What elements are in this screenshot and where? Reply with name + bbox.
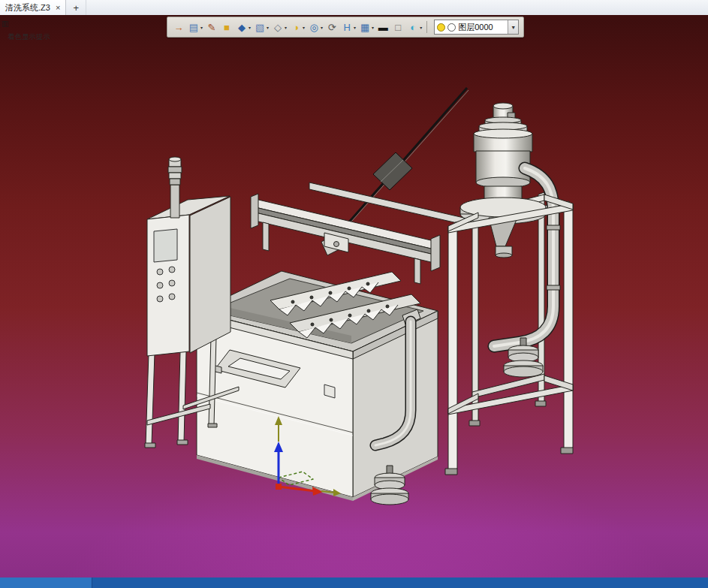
layer-combo[interactable]: 图层0000 ▼ [434,20,519,35]
rotate-view-icon-glyph: ⟳ [326,21,338,35]
bottom-taskbar[interactable] [0,577,708,588]
exit-environment-icon-glyph: → [173,21,185,35]
edit-sketch-icon[interactable]: ✎ [205,20,218,35]
edit-sketch-icon-glyph: ✎ [206,21,218,35]
shaded-display-icon-glyph: ▧ [254,21,266,35]
cabinet-display[interactable] [154,229,177,262]
section-view-icon-glyph: ◐ [407,21,419,35]
light-material-icon[interactable]: □ [391,20,405,35]
align-plane-icon-caret[interactable]: ▾ [354,21,356,35]
wireframe-display-icon-glyph: ◇ [272,21,284,35]
save-file-icon-caret[interactable]: ▾ [200,21,203,35]
section-view-icon-caret[interactable]: ▾ [420,21,422,35]
exit-environment-icon[interactable]: → [172,20,185,35]
prompt-line1: 面 [2,17,50,30]
zoom-icon-glyph: ◎ [308,21,320,35]
section-view-icon[interactable]: ◐▾ [406,20,423,35]
shaded-display-icon[interactable]: ▧▾ [253,20,270,35]
zoom-icon-caret[interactable]: ▾ [321,21,323,35]
align-plane-icon[interactable]: H▾ [340,20,357,35]
document-tab[interactable]: 清洗系统.Z3 × [0,0,66,15]
toolbar-icon-strip: →▤▾✎■◆▾▧▾◇▾◑▾◎▾⟳H▾▦▾▬□◐▾ [172,20,423,35]
wireframe-display-icon[interactable]: ◇▾ [271,20,288,35]
bottom-taskbar-left-segment[interactable] [0,577,92,588]
triad-origin-handle[interactable] [276,484,282,490]
layer-visibility-bulb-icon[interactable] [437,23,445,32]
render-mode-icon-caret[interactable]: ▾ [372,21,374,35]
prompt-line2: 着色显示提示 [8,30,50,43]
zw3d-window: 清洗系统.Z3 × + [0,0,708,588]
save-file-icon-glyph: ▤ [188,21,200,35]
wireframe-display-icon-caret[interactable]: ▾ [285,21,287,35]
viewport-3d[interactable]: 面 着色显示提示 →▤▾✎■◆▾▧▾◇▾◑▾◎▾⟳H▾▦▾▬□◐▾ 图层0000… [0,15,708,577]
document-tab-label: 清洗系统.Z3 [5,2,50,14]
align-plane-icon-glyph: H [341,21,353,35]
shaded-display-icon-caret[interactable]: ▾ [267,21,269,35]
model-3d-cleaning-system[interactable] [0,15,708,577]
document-tab-bar: 清洗系统.Z3 × + [0,0,708,16]
color-style-icon-caret[interactable]: ▾ [303,21,305,35]
extrude-box-icon-glyph: ■ [221,21,233,35]
solid-cube-icon-caret[interactable]: ▾ [249,21,251,35]
gantry-rail-frame[interactable] [251,182,467,284]
dark-material-icon-glyph: ▬ [377,21,389,35]
color-style-icon-glyph: ◑ [290,21,302,35]
tab-close-icon[interactable]: × [56,4,60,12]
rotate-view-icon[interactable]: ⟳ [325,20,339,35]
extrude-box-icon[interactable]: ■ [220,20,233,35]
dark-material-icon[interactable]: ▬ [376,20,390,35]
da-toolbar: →▤▾✎■◆▾▧▾◇▾◑▾◎▾⟳H▾▦▾▬□◐▾ 图层0000 ▼ [167,17,524,38]
render-mode-icon-glyph: ▦ [359,21,371,35]
light-material-icon-glyph: □ [392,21,404,35]
layer-combo-value: 图层0000 [458,22,505,33]
wash-tank[interactable] [197,271,438,501]
prompt-area: 面 着色显示提示 [2,17,50,43]
layer-combo-caret-icon[interactable]: ▼ [508,20,518,34]
new-tab-button[interactable]: + [66,0,86,15]
color-style-icon[interactable]: ◑▾ [289,20,306,35]
layer-color-circle-icon[interactable] [447,23,456,32]
save-file-icon[interactable]: ▤▾ [187,20,203,35]
toolbar-separator [426,21,427,33]
solid-cube-icon-glyph: ◆ [236,21,248,35]
render-mode-icon[interactable]: ▦▾ [358,20,375,35]
zoom-icon[interactable]: ◎▾ [307,20,324,35]
solid-cube-icon[interactable]: ◆▾ [235,20,252,35]
